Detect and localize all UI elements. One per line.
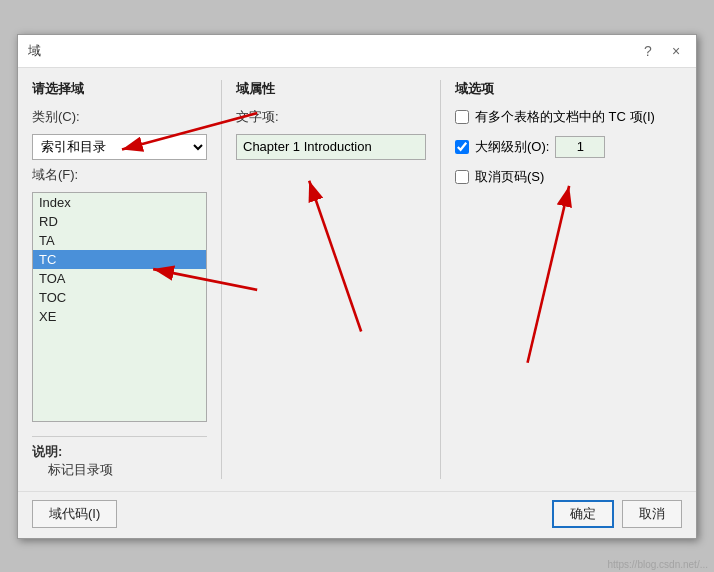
field-list[interactable]: IndexRDTATCTOATOCXE: [32, 192, 207, 422]
right-section: 域选项 有多个表格的文档中的 TC 项(I) 大纲级别(O): 取消页码(S): [455, 80, 682, 479]
watermark: https://blog.csdn.net/...: [607, 559, 708, 570]
outline-level-input[interactable]: [555, 136, 605, 158]
option1-checkbox[interactable]: [455, 110, 469, 124]
field-item[interactable]: XE: [33, 307, 206, 326]
title-bar: 域 ? ×: [18, 35, 696, 68]
close-button[interactable]: ×: [666, 41, 686, 61]
option3-label: 取消页码(S): [475, 168, 544, 186]
left-section: 请选择域 类别(C): 索引和目录 域名(F): IndexRDTATCTOAT…: [32, 80, 207, 479]
option3-checkbox[interactable]: [455, 170, 469, 184]
title-bar-buttons: ? ×: [638, 41, 686, 61]
field-item[interactable]: TA: [33, 231, 206, 250]
description-area: 说明: 标记目录项: [32, 436, 207, 479]
dialog-title: 域: [28, 42, 41, 60]
footer-left: 域代码(I): [32, 500, 117, 528]
dialog-body: 请选择域 类别(C): 索引和目录 域名(F): IndexRDTATCTOAT…: [18, 68, 696, 491]
field-name-label: 域名(F):: [32, 166, 207, 184]
options-section: 有多个表格的文档中的 TC 项(I) 大纲级别(O): 取消页码(S): [455, 108, 682, 186]
field-item[interactable]: TOA: [33, 269, 206, 288]
cancel-button[interactable]: 取消: [622, 500, 682, 528]
option1-row: 有多个表格的文档中的 TC 项(I): [455, 108, 682, 126]
category-label: 类别(C):: [32, 108, 207, 126]
divider-left: [221, 80, 222, 479]
field-item[interactable]: TOC: [33, 288, 206, 307]
dialog-footer: 域代码(I) 确定 取消: [18, 491, 696, 538]
option3-row: 取消页码(S): [455, 168, 682, 186]
middle-section: 域属性 文字项:: [236, 80, 426, 479]
option1-label: 有多个表格的文档中的 TC 项(I): [475, 108, 655, 126]
help-button[interactable]: ?: [638, 41, 658, 61]
option2-label: 大纲级别(O):: [475, 138, 549, 156]
field-item[interactable]: RD: [33, 212, 206, 231]
text-input[interactable]: [236, 134, 426, 160]
footer-right: 确定 取消: [552, 500, 682, 528]
divider-right: [440, 80, 441, 479]
description-text: 标记目录项: [48, 461, 207, 479]
description-title: 说明:: [32, 443, 207, 461]
right-section-title: 域选项: [455, 80, 682, 98]
middle-section-title: 域属性: [236, 80, 426, 98]
ok-button[interactable]: 确定: [552, 500, 614, 528]
option2-checkbox[interactable]: [455, 140, 469, 154]
field-item[interactable]: TC: [33, 250, 206, 269]
dialog-window: 域 ? × 请选择域 类别(C): 索引和目录 域名(F): IndexRDTA…: [17, 34, 697, 539]
field-item[interactable]: Index: [33, 193, 206, 212]
option2-row: 大纲级别(O):: [455, 136, 682, 158]
text-label: 文字项:: [236, 108, 426, 126]
category-select[interactable]: 索引和目录: [32, 134, 207, 160]
left-section-title: 请选择域: [32, 80, 207, 98]
field-code-button[interactable]: 域代码(I): [32, 500, 117, 528]
